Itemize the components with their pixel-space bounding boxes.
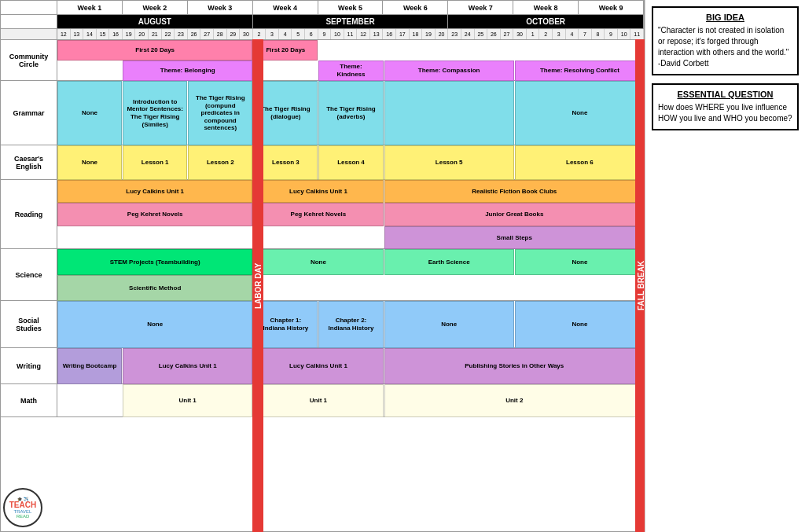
row-content-2: NoneLesson 1Lesson 2Lesson 3Lesson 4Less…: [57, 145, 644, 179]
row-label-6: Writing: [1, 348, 57, 383]
row-content-3: Lucy Calkins Unit 1Lucy Calkins Unit 1Re…: [57, 180, 644, 248]
day-16: 16: [383, 29, 396, 39]
day-14: 14: [83, 29, 97, 39]
block-r4-s0-b3: None: [515, 249, 645, 275]
block-r2-s0-b0: None: [57, 145, 122, 180]
day-6: 6: [305, 29, 318, 39]
day-30: 30: [513, 29, 527, 39]
day-8: 8: [592, 29, 605, 39]
block-r0-s0-b0: First 20 Days: [57, 40, 252, 61]
day-29: 29: [227, 29, 241, 39]
block-r4-s0-b2: Earth Science: [384, 249, 514, 275]
block-r4-s1-b0: Scientific Method: [57, 275, 252, 301]
day-25: 25: [475, 29, 488, 39]
block-r0-s1-b1: Theme: Kindness: [318, 61, 383, 81]
day-10: 10: [618, 29, 631, 39]
essential-question-content: How does WHERE you live influence HOW yo…: [658, 102, 792, 124]
october-header: OCTOBER: [448, 15, 644, 28]
day-7: 7: [579, 29, 592, 39]
day-9: 9: [318, 29, 332, 39]
block-r5-s0-b4: None: [515, 301, 645, 348]
day-12: 12: [57, 29, 71, 39]
block-r5-s0-b2: Chapter 2: Indiana History: [318, 301, 383, 348]
block-r1-s0-b5: [384, 81, 514, 145]
day-18: 18: [410, 29, 423, 39]
subject-row-3: ReadingLucy Calkins Unit 1Lucy Calkins U…: [1, 180, 644, 249]
row-label-1: Grammar: [1, 81, 57, 145]
day-20: 20: [135, 29, 149, 39]
calendar-grid: Week 1 Week 2 Week 3 Week 4 Week 5 Week …: [0, 0, 645, 532]
day-19: 19: [422, 29, 436, 39]
block-r3-s0-b0: Lucy Calkins Unit 1: [57, 180, 252, 203]
block-r1-s0-b2: The Tiger Rising (compund predicates in …: [188, 81, 252, 145]
day-22: 22: [162, 29, 175, 39]
week-2: Week 2: [123, 1, 188, 14]
row-content-0: First 20 DaysFirst 20 DaysTheme: Belongi…: [57, 40, 644, 80]
row-label-0: Community Circle: [1, 40, 57, 80]
big-idea-title: BIG IDEA: [658, 13, 792, 22]
day-27: 27: [501, 29, 514, 39]
week-8: Week 8: [513, 1, 579, 14]
august-header: AUGUST: [57, 15, 253, 28]
block-r3-s0-b2: Realistic Fiction Book Clubs: [384, 180, 645, 203]
week-4: Week 4: [253, 1, 318, 14]
block-r6-s0-b1: Lucy Calkins Unit 1: [123, 348, 252, 384]
day-13: 13: [370, 29, 384, 39]
day-24: 24: [461, 29, 475, 39]
block-r1-s0-b4: The Tiger Rising (adverbs): [318, 81, 383, 145]
day-16: 16: [109, 29, 123, 39]
subject-row-2: Caesar's EnglishNoneLesson 1Lesson 2Less…: [1, 145, 644, 180]
labor-day-stripe: LABOR DAY: [252, 39, 263, 532]
block-r1-s0-b1: Introduction to Mentor Sentences: The Ti…: [123, 81, 187, 145]
essential-question-box: ESSENTIAL QUESTION How does WHERE you li…: [652, 83, 799, 130]
calendar-area: Week 1 Week 2 Week 3 Week 4 Week 5 Week …: [0, 0, 645, 532]
block-r7-s0-b1: Unit 1: [253, 384, 383, 417]
row-content-1: NoneIntroduction to Mentor Sentences: Th…: [57, 81, 644, 145]
big-idea-content: "Character is not created in isolation o…: [658, 25, 792, 69]
month-header-row: AUGUST SEPTEMBER OCTOBER: [1, 15, 644, 29]
block-r2-s0-b2: Lesson 2: [188, 145, 252, 180]
big-idea-box: BIG IDEA "Character is not created in is…: [652, 6, 799, 75]
row-label-7: Math: [1, 384, 57, 416]
content-rows: Community CircleFirst 20 DaysFirst 20 Da…: [1, 40, 644, 531]
day-3: 3: [266, 29, 279, 39]
day-numbers-row: 1213141516192021222326272829302345691011…: [1, 29, 644, 40]
week-header-row: Week 1 Week 2 Week 3 Week 4 Week 5 Week …: [1, 1, 644, 15]
subject-row-4: ScienceSTEM Projects (Teambuilding)NoneE…: [1, 249, 644, 301]
day-2: 2: [539, 29, 553, 39]
day-10: 10: [331, 29, 344, 39]
september-header: SEPTEMBER: [253, 15, 449, 28]
day-9: 9: [605, 29, 618, 39]
block-r3-s1-b2: Junior Great Books: [384, 203, 645, 226]
block-r0-s1-b0: Theme: Belonging: [123, 61, 252, 81]
day-4: 4: [279, 29, 292, 39]
month-spacer: [1, 15, 57, 28]
day-spacer: [1, 29, 57, 39]
day-19: 19: [123, 29, 136, 39]
day-11: 11: [630, 29, 644, 39]
block-r6-s0-b2: Lucy Calkins Unit 1: [253, 348, 383, 384]
block-r2-s0-b6: Lesson 6: [515, 145, 645, 180]
block-r2-s0-b1: Lesson 1: [123, 145, 187, 180]
block-r2-s0-b5: Lesson 5: [384, 145, 514, 180]
block-r5-s0-b3: None: [384, 301, 514, 348]
block-r3-s0-b1: Lucy Calkins Unit 1: [253, 180, 383, 203]
block-r1-s0-b0: None: [57, 81, 122, 145]
fall-break-stripe: FALL BREAK: [635, 39, 645, 532]
week-7: Week 7: [448, 1, 513, 14]
row-label-3: Reading: [1, 180, 57, 248]
row-content-7: Unit 1Unit 1Unit 2: [57, 384, 644, 416]
logo: 🎓 ✈️ TEACH TRAVEL READ: [3, 488, 44, 529]
day-26: 26: [487, 29, 501, 39]
day-3: 3: [553, 29, 566, 39]
block-r3-s1-b1: Peg Kehret Novels: [253, 203, 383, 226]
day-13: 13: [71, 29, 84, 39]
row-content-5: NoneChapter 1: Indiana HistoryChapter 2:…: [57, 301, 644, 347]
day-1: 1: [527, 29, 540, 39]
day-15: 15: [97, 29, 110, 39]
subject-row-6: WritingWriting BootcampLucy Calkins Unit…: [1, 348, 644, 384]
block-r7-s0-b0: Unit 1: [123, 384, 252, 417]
block-r6-s0-b0: Writing Bootcamp: [57, 348, 122, 384]
block-r4-s0-b1: None: [253, 249, 383, 275]
week-6: Week 6: [383, 1, 448, 14]
